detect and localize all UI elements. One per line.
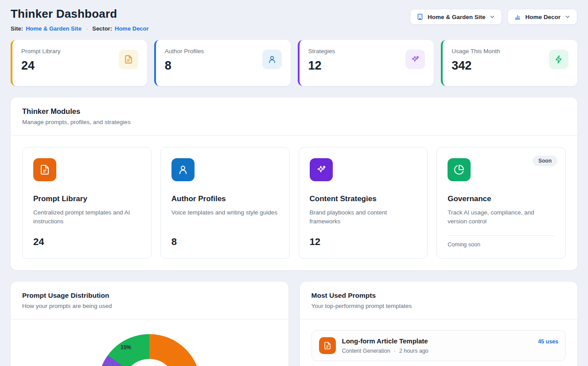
stat-card-prompt-library: Prompt Library 24 [11, 40, 147, 86]
prompt-list: Long-form Article Template Content Gener… [300, 319, 578, 366]
module-card-governance[interactable]: Soon Governance Track AI usage, complian… [436, 147, 566, 259]
modules-title: Thinker Modules [22, 107, 566, 116]
stat-icon-box [119, 50, 138, 69]
prompt-item-meta: Content Generation · 2 hours ago [342, 348, 428, 354]
module-description: Brand playbooks and content frameworks [310, 208, 417, 226]
most-used-prompts-panel: Most Used Prompts Your top-performing pr… [300, 282, 578, 366]
bar-chart-icon [514, 13, 521, 20]
page-title: Thinker Dashboard [11, 7, 149, 21]
prompts-panel-title: Most Used Prompts [312, 292, 566, 300]
thinker-modules-panel: Thinker Modules Manage prompts, profiles… [11, 97, 577, 270]
coming-soon-label: Coming soon [448, 235, 555, 248]
person-icon [178, 164, 188, 175]
sparkles-icon [411, 55, 420, 64]
prompt-item-text: Long-form Article Template Content Gener… [342, 337, 428, 354]
module-description: Centralized prompt templates and AI inst… [33, 208, 140, 226]
prompt-list-item[interactable]: Long-form Article Template Content Gener… [312, 330, 566, 361]
sector-selector-value: Home Decor [525, 14, 561, 20]
stat-icon-box [549, 50, 569, 69]
prompts-panel-subtitle: Your top-performing prompt templates [312, 303, 566, 309]
donut-slice-label: 15% [121, 344, 131, 350]
module-icon-box [33, 158, 56, 181]
document-icon [39, 164, 50, 175]
module-card-author-profiles[interactable]: Author Profiles Voice templates and writ… [160, 147, 290, 259]
person-icon [268, 55, 276, 64]
breadcrumb: Site: Home & Garden Site · Sector: Home … [11, 25, 149, 32]
stat-icon-box [405, 50, 425, 69]
modules-grid: Prompt Library Centralized prompt templa… [11, 136, 577, 270]
module-description: Voice templates and writing style guides [171, 208, 279, 217]
sector-link[interactable]: Home Decor [115, 25, 149, 32]
usage-panel-subtitle: How your prompts are being used [22, 303, 277, 309]
site-selector-value: Home & Garden Site [428, 14, 486, 20]
document-icon [124, 55, 133, 64]
usage-distribution-panel: Prompt Usage Distribution How your promp… [11, 282, 288, 366]
site-selector-dropdown[interactable]: Home & Garden Site [410, 9, 502, 25]
stat-icon-box [262, 50, 282, 69]
stat-cards-row: Prompt Library 24 Author Profiles 8 Stra… [11, 40, 577, 86]
module-title: Governance [448, 195, 555, 203]
prompt-item-title: Long-form Article Template [342, 337, 428, 345]
module-icon-box [171, 158, 195, 181]
module-icon-box [448, 158, 471, 181]
prompt-item-icon-box [319, 337, 336, 354]
module-count: 12 [310, 236, 417, 248]
module-card-prompt-library[interactable]: Prompt Library Centralized prompt templa… [22, 147, 152, 259]
prompt-item-uses-badge: 45 uses [538, 339, 558, 345]
stat-card-strategies: Strategies 12 [298, 40, 434, 86]
bottom-row: Prompt Usage Distribution How your promp… [11, 282, 577, 366]
prompt-item-time: 2 hours ago [399, 348, 428, 354]
module-title: Prompt Library [33, 195, 140, 203]
prompt-item-category: Content Generation [342, 348, 390, 354]
separator-dot: · [86, 25, 88, 32]
separator-dot: · [394, 348, 396, 354]
pie-chart-icon [454, 164, 464, 175]
usage-panel-header: Prompt Usage Distribution How your promp… [11, 282, 288, 319]
modules-subtitle: Manage prompts, profiles, and strategies [22, 119, 566, 125]
modules-panel-header: Thinker Modules Manage prompts, profiles… [11, 97, 577, 136]
header-left: Thinker Dashboard Site: Home & Garden Si… [11, 7, 149, 32]
chevron-down-icon [565, 14, 571, 20]
module-count: 8 [171, 236, 279, 248]
donut-chart-graphic [98, 334, 201, 366]
header-selectors: Home & Garden Site Home Decor [410, 9, 577, 25]
prompts-panel-header: Most Used Prompts Your top-performing pr… [300, 282, 578, 319]
module-title: Content Strategies [310, 195, 417, 203]
document-icon [323, 342, 331, 350]
module-icon-box [310, 158, 333, 181]
module-card-content-strategies[interactable]: Content Strategies Brand playbooks and c… [299, 147, 428, 259]
page-header: Thinker Dashboard Site: Home & Garden Si… [11, 7, 577, 32]
module-count: 24 [33, 236, 140, 248]
usage-panel-title: Prompt Usage Distribution [22, 292, 277, 300]
site-link[interactable]: Home & Garden Site [26, 25, 82, 32]
soon-badge: Soon [533, 156, 557, 166]
building-icon [417, 13, 424, 20]
sector-label: Sector: [92, 25, 112, 32]
module-title: Author Profiles [171, 195, 279, 203]
stat-card-author-profiles: Author Profiles 8 [154, 40, 291, 86]
chevron-down-icon [489, 14, 495, 20]
sector-selector-dropdown[interactable]: Home Decor [507, 9, 577, 25]
site-label: Site: [11, 25, 23, 32]
lightning-icon [554, 55, 563, 64]
sparkles-icon [316, 164, 327, 175]
usage-donut-chart: 15% [11, 319, 288, 366]
stat-card-usage: Usage This Month 342 [441, 40, 577, 86]
module-description: Track AI usage, compliance, and version … [448, 208, 555, 226]
